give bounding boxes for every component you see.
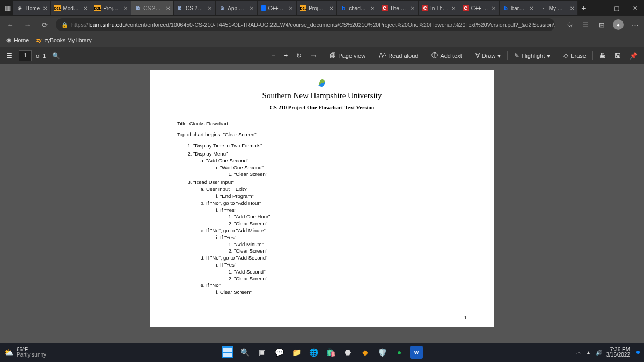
url-input[interactable]: 🔒 https://learn.snhu.edu/content/enforce… xyxy=(56,18,555,31)
bookmark-zybooks[interactable]: zy zyBooks My library xyxy=(36,37,92,43)
zoom-in-button[interactable]: + xyxy=(282,51,290,61)
favicon-d2l: D2L xyxy=(94,5,101,11)
browser-tab[interactable]: D2LProject O✕ xyxy=(91,1,131,15)
close-tab-icon[interactable]: ✕ xyxy=(411,5,415,11)
minimize-button[interactable]: — xyxy=(589,0,608,16)
search-icon[interactable]: 🔍 xyxy=(238,346,251,359)
browser-tab[interactable]: CThe Lang✕ xyxy=(378,1,419,15)
list-item: If "Yes" "Add One Hour" "Clear Screen" xyxy=(220,207,467,227)
tab-label: C++ | Apr xyxy=(268,5,286,11)
spotify-icon[interactable]: ● xyxy=(393,346,406,359)
find-icon[interactable]: 🔍 xyxy=(50,51,62,61)
app-icon[interactable]: ◆ xyxy=(358,346,371,359)
browser-tab[interactable]: ◉Home✕ xyxy=(13,1,51,15)
close-tab-icon[interactable]: ✕ xyxy=(570,5,574,11)
erase-button[interactable]: ◇Erase xyxy=(561,51,588,61)
tab-label: The Lang xyxy=(390,5,407,11)
tab-label: C++ Plea xyxy=(471,5,488,11)
draw-button[interactable]: ∀Draw▾ xyxy=(473,51,503,61)
maximize-button[interactable]: ▢ xyxy=(608,0,626,16)
top-line: Top of chart begins: "Clear Screen" xyxy=(177,131,467,138)
close-tab-icon[interactable]: ✕ xyxy=(166,5,170,11)
close-tab-icon[interactable]: ✕ xyxy=(250,5,254,11)
separator xyxy=(557,51,557,60)
browser-tab[interactable]: 🗎App Store✕ xyxy=(216,1,257,15)
app-icon[interactable]: ⬣ xyxy=(341,346,354,359)
task-view-icon[interactable]: ▣ xyxy=(255,346,268,359)
favorite-star-icon[interactable]: ✩ xyxy=(565,20,574,29)
edge-icon[interactable]: 🌐 xyxy=(307,346,320,359)
browser-tab[interactable]: bchada tec✕ xyxy=(337,1,378,15)
browser-tab[interactable]: CC++ Plea✕ xyxy=(459,1,500,15)
list-item: If "No", go to "Add Second" If "Yes" "Ad… xyxy=(206,255,467,282)
favicon-c: C xyxy=(422,5,428,11)
browser-tab[interactable]: 🗎CS 210 Pr✕ xyxy=(131,1,174,15)
contents-icon[interactable]: ☰ xyxy=(4,51,14,61)
close-tab-icon[interactable]: ✕ xyxy=(83,5,87,11)
favicon-c: C xyxy=(382,5,388,11)
chat-icon[interactable]: 💬 xyxy=(273,346,286,359)
close-tab-icon[interactable]: ✕ xyxy=(123,5,128,11)
browser-tab[interactable]: bbartleby✕ xyxy=(500,1,537,15)
add-text-button[interactable]: ⓉAdd text xyxy=(429,50,464,61)
volume-icon[interactable]: 🔊 xyxy=(596,350,602,356)
refresh-button[interactable]: ⟳ xyxy=(39,19,50,31)
list-item: "Wait One Second" "Clear Screen" xyxy=(220,165,467,179)
close-tab-icon[interactable]: ✕ xyxy=(492,5,496,11)
taskbar: ⛅ 66°F Partly sunny 🔍 ▣ 💬 📁 🌐 🛍️ ⬣ ◆ 🛡️ … xyxy=(0,343,644,362)
list-item: "Add Minute" xyxy=(234,241,467,248)
notifications-icon[interactable] xyxy=(636,351,640,354)
browser-tab[interactable]: ·My Quest✕ xyxy=(537,1,578,15)
save-button[interactable]: 🖫 xyxy=(612,51,623,61)
read-aloud-button[interactable]: AᴬRead aloud xyxy=(377,51,420,61)
browser-tab[interactable]: D2LProject O✕ xyxy=(297,1,337,15)
collections-icon[interactable]: ⊞ xyxy=(597,20,606,29)
print-button[interactable]: 🖶 xyxy=(597,51,608,61)
browser-tab[interactable]: C++ | Apr✕ xyxy=(258,1,297,15)
wifi-icon[interactable]: ▲ xyxy=(586,350,591,356)
highlight-button[interactable]: ✎Highlight▾ xyxy=(512,51,552,61)
close-tab-icon[interactable]: ✕ xyxy=(370,5,375,11)
forward-button[interactable]: → xyxy=(21,19,33,31)
close-tab-icon[interactable]: ✕ xyxy=(289,5,293,11)
tab-label: In This Pr xyxy=(430,5,448,11)
bookmark-home[interactable]: ◉ Home xyxy=(6,37,29,43)
more-menu-icon[interactable]: ⋯ xyxy=(630,20,640,29)
clock[interactable]: 7:36 PM 3/16/2022 xyxy=(606,347,631,358)
rotate-button[interactable]: ↻ xyxy=(294,51,304,61)
list-item: "Display Menu" "Add One Second" "Wait On… xyxy=(193,151,467,178)
profile-avatar[interactable]: ● xyxy=(613,19,624,30)
close-tab-icon[interactable]: ✕ xyxy=(451,5,456,11)
explorer-icon[interactable]: 📁 xyxy=(290,346,303,359)
new-tab-button[interactable]: + xyxy=(578,4,589,12)
list-item: "Add One Second" "Wait One Second" "Clea… xyxy=(206,158,467,178)
start-button[interactable] xyxy=(221,346,234,359)
tab-label: App Store xyxy=(228,5,246,11)
favorites-icon[interactable]: ☰ xyxy=(581,20,590,29)
browser-tab[interactable]: 🗎CS 210 Cl✕ xyxy=(174,1,216,15)
browser-tab[interactable]: D2LModule T✕ xyxy=(51,1,91,15)
fit-page-button[interactable]: ▭ xyxy=(308,51,318,61)
favicon: ◉ xyxy=(17,5,23,11)
browser-tab[interactable]: CIn This Pr✕ xyxy=(419,1,459,15)
close-tab-icon[interactable]: ✕ xyxy=(529,5,533,11)
separator xyxy=(507,51,508,60)
pin-toolbar-button[interactable]: 📌 xyxy=(627,51,640,61)
zoom-out-button[interactable]: − xyxy=(269,51,277,61)
word-icon[interactable]: W xyxy=(410,346,423,359)
store-icon[interactable]: 🛍️ xyxy=(324,346,337,359)
list-item: If "No", go to "Add Hour" If "Yes" "Add … xyxy=(206,200,467,227)
app-menu-icon[interactable]: ▥ xyxy=(2,2,13,14)
back-button[interactable]: ← xyxy=(4,19,16,31)
close-tab-icon[interactable]: ✕ xyxy=(43,5,47,11)
weather-widget[interactable]: ⛅ 66°F Partly sunny xyxy=(4,347,46,358)
close-tab-icon[interactable]: ✕ xyxy=(208,5,212,11)
close-window-button[interactable]: ✕ xyxy=(626,0,644,16)
pdf-viewport[interactable]: Southern New Hampshire University CS 210… xyxy=(0,64,644,343)
app-icon[interactable]: 🛡️ xyxy=(376,346,389,359)
page-view-button[interactable]: 🗐Page view xyxy=(327,51,368,61)
chevron-up-icon[interactable]: ︿ xyxy=(576,349,582,356)
tab-label: Module T xyxy=(63,5,80,11)
page-number-input[interactable] xyxy=(19,50,32,61)
close-tab-icon[interactable]: ✕ xyxy=(329,5,333,11)
